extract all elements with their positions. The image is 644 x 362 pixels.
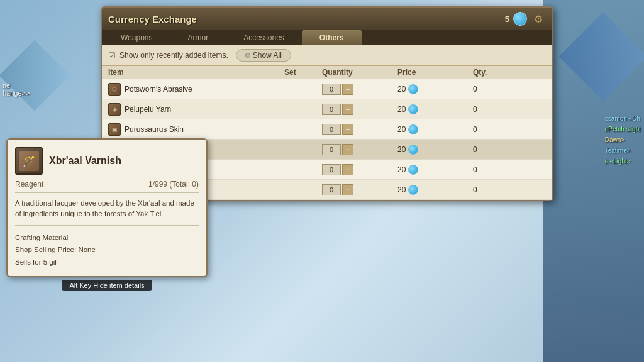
- out-qty: 0: [473, 85, 523, 94]
- price-gem-icon: [408, 124, 418, 134]
- table-row[interactable]: ▣ Purussaurus Skin 0 − 20 0: [102, 119, 552, 140]
- item-name-cell: ⬡ Potsworn's Abrasive: [108, 83, 284, 96]
- item-name-cell: ▣ Purussaurus Skin: [108, 123, 284, 136]
- col-quantity: Quantity: [322, 68, 397, 77]
- price-value: 20: [397, 185, 406, 194]
- price-value: 20: [397, 145, 406, 154]
- player-entry: ePetch slight: [605, 124, 641, 134]
- quantity-control: 0 −: [322, 104, 397, 115]
- item-icon: ▣: [108, 123, 121, 136]
- out-qty: 0: [473, 185, 523, 194]
- tabs-row: Weapons Armor Accessories Others: [102, 30, 552, 45]
- item-name: Potsworn's Abrasive: [125, 85, 192, 94]
- qty-minus-button[interactable]: −: [342, 144, 353, 155]
- price-value: 20: [397, 85, 406, 94]
- currency-count: 5: [505, 14, 509, 24]
- table-row[interactable]: ⬡ Potsworn's Abrasive 0 − 20 0: [102, 79, 552, 99]
- price-gem-icon: [408, 185, 418, 195]
- popup-category: Reagent: [15, 180, 43, 189]
- item-name: Pelupelu Yarn: [125, 105, 171, 114]
- settings-button[interactable]: ⚙: [531, 11, 546, 26]
- tab-weapons[interactable]: Weapons: [103, 30, 170, 45]
- tab-accessories[interactable]: Accessories: [226, 30, 302, 45]
- popup-header: 🪄 Xbr'aal Varnish: [15, 147, 199, 175]
- shop-price-label: Shop Selling Price:: [15, 246, 76, 253]
- filter-checkbox-area: ☑ Show only recently added items.: [108, 51, 228, 60]
- quantity-control: 0 −: [322, 84, 397, 95]
- crafting-label: Crafting Material: [15, 232, 199, 244]
- radio-dot: [245, 53, 250, 58]
- show-all-label: Show All: [253, 51, 282, 60]
- checkbox-icon: ☑: [108, 51, 116, 60]
- popup-stack-info: 1/999 (Total: 0): [148, 180, 199, 189]
- table-row[interactable]: ◈ Pelupelu Yarn 0 − 20 0: [102, 99, 552, 119]
- filter-row: ☑ Show only recently added items. Show A…: [102, 45, 552, 66]
- title-right-area: 5 ⚙: [505, 11, 546, 26]
- price-gem-icon: [408, 165, 418, 175]
- qty-value-box[interactable]: 0: [322, 164, 341, 175]
- right-player-list: ssamon «Ch ePetch slight Dawn> Teatime> …: [605, 113, 641, 167]
- out-qty: 0: [473, 105, 523, 114]
- out-qty: 0: [473, 165, 523, 174]
- sells-for-line: Sells for 5 gil: [15, 256, 199, 269]
- price-gem-icon: [408, 145, 418, 155]
- popup-item-inner-icon: 🪄: [19, 151, 39, 171]
- item-icon: ⬡: [108, 83, 121, 96]
- column-headers: Item Set Quantity Price Qty.: [102, 66, 552, 79]
- tab-others[interactable]: Others: [302, 30, 362, 45]
- player-entry: Dawn>: [605, 134, 641, 145]
- price-cell: 20: [397, 185, 473, 195]
- col-set: Set: [284, 68, 322, 77]
- player-entry: s «Light»: [605, 156, 641, 167]
- popup-footer-hint: Alt Key Hide item details: [62, 280, 152, 291]
- quantity-control: 0 −: [322, 144, 397, 155]
- col-price: Price: [397, 68, 473, 77]
- qty-value-box[interactable]: 0: [322, 124, 341, 135]
- item-name-cell: ◈ Pelupelu Yarn: [108, 103, 284, 116]
- left-nav-text: ne hange>>: [3, 82, 30, 97]
- quantity-control: 0 −: [322, 124, 397, 135]
- qty-minus-button[interactable]: −: [342, 104, 353, 115]
- qty-minus-button[interactable]: −: [342, 84, 353, 95]
- tab-armor[interactable]: Armor: [170, 30, 226, 45]
- item-details-popup: 🪄 Xbr'aal Varnish Reagent 1/999 (Total: …: [6, 138, 208, 277]
- popup-description: A traditional lacquer developed by the X…: [15, 198, 199, 226]
- popup-subtitle: Reagent 1/999 (Total: 0): [15, 180, 199, 193]
- qty-value-box[interactable]: 0: [322, 84, 341, 95]
- shop-price-line: Shop Selling Price: None: [15, 244, 199, 256]
- price-cell: 20: [397, 145, 473, 155]
- qty-minus-button[interactable]: −: [342, 184, 353, 195]
- qty-minus-button[interactable]: −: [342, 164, 353, 175]
- qty-value-box[interactable]: 0: [322, 184, 341, 195]
- popup-item-title: Xbr'aal Varnish: [49, 155, 121, 167]
- item-name: Purussaurus Skin: [125, 125, 184, 134]
- price-value: 20: [397, 165, 406, 174]
- qty-value-box[interactable]: 0: [322, 104, 341, 115]
- price-value: 20: [397, 105, 406, 114]
- currency-gem-icon: [513, 12, 527, 26]
- player-entry: ssamon «Ch: [605, 113, 641, 124]
- price-gem-icon: [408, 84, 418, 94]
- price-cell: 20: [397, 165, 473, 175]
- item-icon: ◈: [108, 103, 121, 116]
- popup-item-icon: 🪄: [15, 147, 43, 175]
- price-gem-icon: [408, 104, 418, 114]
- shop-price-value: None: [78, 246, 96, 253]
- title-bar: Currency Exchange 5 ⚙: [102, 8, 552, 30]
- col-qty: Qty.: [473, 68, 523, 77]
- price-value: 20: [397, 125, 406, 134]
- popup-details: Crafting Material Shop Selling Price: No…: [15, 232, 199, 269]
- price-cell: 20: [397, 124, 473, 134]
- out-qty: 0: [473, 125, 523, 134]
- quantity-control: 0 −: [322, 164, 397, 175]
- qty-value-box[interactable]: 0: [322, 144, 341, 155]
- show-all-button[interactable]: Show All: [236, 49, 291, 62]
- qty-minus-button[interactable]: −: [342, 124, 353, 135]
- quantity-control: 0 −: [322, 184, 397, 195]
- out-qty: 0: [473, 145, 523, 154]
- price-cell: 20: [397, 84, 473, 94]
- price-cell: 20: [397, 104, 473, 114]
- filter-label: Show only recently added items.: [119, 51, 228, 60]
- window-title: Currency Exchange: [108, 14, 197, 25]
- player-entry: Teatime>: [605, 145, 641, 156]
